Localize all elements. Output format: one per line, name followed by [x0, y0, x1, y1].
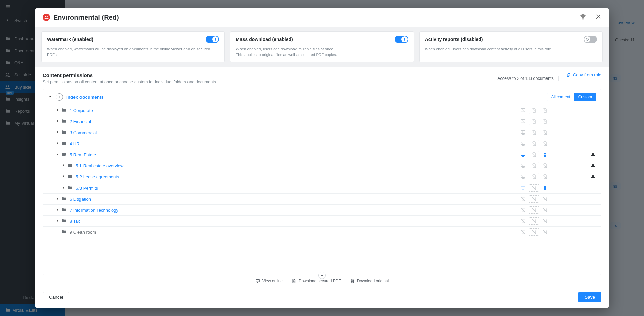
- copy-from-role-link[interactable]: Copy from role: [566, 72, 601, 77]
- perm-view-online-icon[interactable]: [518, 228, 528, 236]
- perm-download-original-icon[interactable]: [540, 140, 550, 147]
- perm-view-online-icon[interactable]: [518, 184, 528, 192]
- chevron-right-icon[interactable]: [61, 163, 67, 169]
- perm-download-original-icon[interactable]: [540, 228, 550, 236]
- folder-row: 2 Financial: [43, 116, 601, 127]
- perm-download-secured-icon[interactable]: [529, 162, 539, 169]
- permission-mode-toggle: All content Custom: [547, 93, 596, 101]
- settings-strip: Watermark (enabled) When enabled, waterm…: [35, 27, 609, 67]
- folder-label[interactable]: 7 Information Technology: [70, 208, 118, 213]
- perm-download-secured-icon[interactable]: [529, 195, 539, 203]
- chevron-down-icon[interactable]: [55, 152, 61, 158]
- folder-row: 4 HR: [43, 138, 601, 149]
- perm-download-secured-icon[interactable]: [529, 173, 539, 180]
- watermark-desc: When enabled, watermarks will be display…: [47, 46, 219, 57]
- folder-label[interactable]: 2 Financial: [70, 119, 91, 124]
- perm-download-original-icon[interactable]: [540, 217, 550, 225]
- collapse-up-icon[interactable]: [318, 272, 326, 279]
- perm-download-original-icon[interactable]: [540, 162, 550, 169]
- perm-download-original-icon[interactable]: [540, 107, 550, 114]
- perm-download-original-icon[interactable]: [540, 184, 550, 192]
- perm-download-secured-icon[interactable]: [529, 217, 539, 225]
- tree-container[interactable]: Index documents All content Custom 1 Cor…: [43, 89, 601, 275]
- folder-label[interactable]: 5 Real Estate: [70, 152, 96, 157]
- folder-row: 5.2 Lease agreements: [43, 171, 601, 182]
- perm-view-online-icon[interactable]: [518, 151, 528, 158]
- access-count: Access to 2 of 133 documents: [497, 76, 558, 81]
- chevron-right-icon[interactable]: [55, 196, 61, 202]
- perm-download-secured-icon[interactable]: [529, 107, 539, 114]
- folder-row: 5.3 Permits: [43, 182, 601, 193]
- chevron-right-icon[interactable]: [55, 218, 61, 224]
- chevron-right-icon[interactable]: [61, 185, 67, 191]
- folder-label[interactable]: 8 Tax: [70, 219, 80, 224]
- folder-label[interactable]: 1 Corporate: [70, 108, 93, 113]
- perm-view-online-icon[interactable]: [518, 162, 528, 169]
- legend-bar: View online Download secured PDF Downloa…: [43, 275, 601, 288]
- perm-download-secured-icon[interactable]: [529, 228, 539, 236]
- folder-icon: [61, 118, 67, 125]
- folder-label[interactable]: 4 HR: [70, 141, 80, 146]
- save-button[interactable]: Save: [578, 292, 601, 302]
- perm-view-online-icon[interactable]: [518, 140, 528, 147]
- role-color-icon: [43, 14, 50, 21]
- perm-download-original-icon[interactable]: [540, 129, 550, 136]
- custom-button[interactable]: Custom: [574, 93, 596, 101]
- perm-view-online-icon[interactable]: [518, 217, 528, 225]
- folder-label[interactable]: 5.2 Lease agreements: [76, 174, 119, 179]
- folder-label[interactable]: 3 Commercial: [70, 130, 97, 135]
- cancel-button[interactable]: Cancel: [43, 292, 69, 302]
- legend-view-online: View online: [255, 279, 283, 283]
- all-content-button[interactable]: All content: [547, 93, 574, 101]
- perm-view-online-icon[interactable]: [518, 107, 528, 114]
- perm-view-online-icon[interactable]: [518, 206, 528, 214]
- folder-row: 9 Clean room: [43, 226, 601, 238]
- folder-label[interactable]: 5.3 Permits: [76, 186, 98, 191]
- perm-view-online-icon[interactable]: [518, 118, 528, 125]
- chevron-right-icon[interactable]: [61, 174, 67, 180]
- perm-download-original-icon[interactable]: [540, 118, 550, 125]
- chevron-right-icon[interactable]: [55, 129, 61, 136]
- chevron-right-icon[interactable]: [55, 207, 61, 213]
- massdownload-title: Mass download (enabled): [236, 37, 293, 42]
- folder-row: 6 Litigation: [43, 193, 601, 204]
- hint-bulb-icon[interactable]: [579, 13, 587, 22]
- watermark-toggle[interactable]: [206, 36, 219, 43]
- folder-label[interactable]: 6 Litigation: [70, 197, 91, 202]
- perm-download-secured-icon[interactable]: [529, 118, 539, 125]
- perm-download-secured-icon[interactable]: [529, 140, 539, 147]
- activity-desc: When enabled, users can download content…: [425, 46, 597, 52]
- folder-label: 9 Clean room: [70, 230, 96, 235]
- folder-row: 3 Commercial: [43, 127, 601, 138]
- perm-download-original-icon[interactable]: [540, 173, 550, 180]
- chevron-right-icon[interactable]: [55, 107, 61, 114]
- perm-view-online-icon[interactable]: [518, 195, 528, 203]
- perm-download-original-icon[interactable]: [540, 151, 550, 158]
- folder-label[interactable]: 5.1 Real estate overview: [76, 163, 123, 168]
- massdownload-toggle[interactable]: [395, 36, 408, 43]
- close-icon[interactable]: [595, 14, 601, 21]
- perm-download-original-icon[interactable]: [540, 206, 550, 214]
- perm-view-online-icon[interactable]: [518, 129, 528, 136]
- index-documents-label[interactable]: Index documents: [66, 95, 104, 100]
- perm-download-original-icon[interactable]: [540, 195, 550, 203]
- perm-download-secured-icon[interactable]: [529, 129, 539, 136]
- content-permissions-section: Content permissions Set permissions on a…: [35, 67, 609, 288]
- folder-icon: [61, 218, 67, 224]
- tree-root-icon: [56, 93, 63, 101]
- perm-download-secured-icon[interactable]: [529, 206, 539, 214]
- watermark-title: Watermark (enabled): [47, 37, 93, 42]
- perm-view-online-icon[interactable]: [518, 173, 528, 180]
- legend-download-secured: Download secured PDF: [291, 279, 341, 283]
- activity-toggle[interactable]: [584, 36, 597, 43]
- activity-card: Activity reports (disabled) When enabled…: [419, 31, 603, 62]
- watermark-card: Watermark (enabled) When enabled, waterm…: [41, 31, 225, 62]
- perm-download-secured-icon[interactable]: [529, 184, 539, 192]
- copy-from-role-label: Copy from role: [573, 72, 601, 77]
- folder-row: 8 Tax: [43, 215, 601, 226]
- chevron-right-icon[interactable]: [55, 118, 61, 125]
- folder-icon: [61, 196, 67, 202]
- perm-download-secured-icon[interactable]: [529, 151, 539, 158]
- chevron-right-icon[interactable]: [55, 141, 61, 147]
- chevron-down-icon[interactable]: [48, 94, 54, 100]
